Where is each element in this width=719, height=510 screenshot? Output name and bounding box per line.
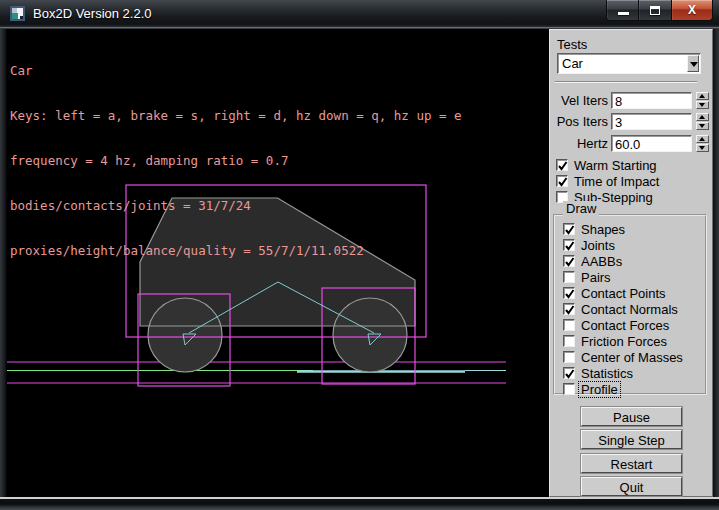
- checkmark-icon: [564, 288, 576, 300]
- spin-down-button[interactable]: [696, 122, 709, 130]
- checkmark-icon: [564, 256, 576, 268]
- spin-up-button[interactable]: [696, 135, 709, 143]
- vel-iters-stepper: [696, 92, 709, 109]
- checkmark-icon: [564, 224, 576, 236]
- spin-down-button[interactable]: [696, 144, 709, 152]
- chevron-down-icon: [690, 62, 698, 67]
- title-bar[interactable]: Box2D Version 2.2.0 X: [0, 0, 719, 28]
- spin-down-button[interactable]: [696, 101, 709, 109]
- test-select[interactable]: Car: [557, 53, 701, 74]
- spin-up-button[interactable]: [696, 92, 709, 100]
- keys-help-text: Keys: left = a, brake = s, right = d, hz…: [10, 108, 462, 123]
- checkmark-icon: [557, 160, 569, 172]
- arrow-down-icon: [699, 146, 705, 150]
- pos-iters-label: Pos Iters: [550, 114, 608, 129]
- bodies-stats-text: bodies/contacts/joints = 31/7/24: [10, 198, 462, 213]
- minimize-icon: [618, 12, 629, 15]
- maximize-button[interactable]: [639, 0, 671, 21]
- pos-iters-input[interactable]: 3: [611, 113, 692, 130]
- app-icon: [10, 6, 25, 21]
- proxies-stats-text: proxies/height/balance/quality = 55/7/1/…: [10, 243, 462, 258]
- app-window: Box2D Version 2.2.0 X: [0, 0, 719, 510]
- restart-button[interactable]: Restart: [581, 454, 682, 473]
- separator: [555, 81, 697, 83]
- window-border-bottom: [0, 497, 719, 510]
- spin-up-button[interactable]: [696, 113, 709, 121]
- vel-iters-input[interactable]: 8: [611, 92, 692, 109]
- window-title: Box2D Version 2.2.0: [33, 6, 152, 21]
- checkmark-icon: [564, 240, 576, 252]
- maximize-icon: [650, 6, 660, 15]
- hertz-stepper: [696, 135, 709, 152]
- draw-group-title: Draw: [563, 201, 599, 216]
- quit-button[interactable]: Quit: [581, 477, 682, 496]
- vel-iters-row: Vel Iters 8: [550, 92, 714, 109]
- frequency-text: frequency = 4 hz, damping ratio = 0.7: [10, 153, 462, 168]
- close-icon: X: [672, 3, 712, 17]
- single-step-button[interactable]: Single Step: [581, 430, 682, 449]
- pause-button[interactable]: Pause: [581, 407, 682, 426]
- hertz-row: Hertz 60.0: [550, 135, 714, 152]
- checkmark-icon: [564, 368, 576, 380]
- test-select-dropdown-button[interactable]: [687, 55, 699, 72]
- arrow-down-icon: [699, 103, 705, 107]
- arrow-up-icon: [699, 94, 705, 98]
- tests-label: Tests: [557, 37, 587, 52]
- arrow-up-icon: [699, 115, 705, 119]
- debug-stats-text: Car Keys: left = a, brake = s, right = d…: [10, 33, 462, 288]
- close-button[interactable]: X: [671, 0, 713, 21]
- pos-iters-row: Pos Iters 3: [550, 113, 714, 130]
- car-wheel-left: [148, 298, 222, 372]
- checkmark-icon: [564, 304, 576, 316]
- checkmark-icon: [557, 176, 569, 188]
- arrow-up-icon: [699, 137, 705, 141]
- arrow-down-icon: [699, 124, 705, 128]
- vel-iters-label: Vel Iters: [550, 93, 608, 108]
- test-name-text: Car: [10, 63, 462, 78]
- hertz-label: Hertz: [550, 136, 608, 151]
- window-border-left: [0, 29, 7, 497]
- test-select-value: Car: [562, 56, 583, 71]
- minimize-button[interactable]: [606, 0, 639, 21]
- pos-iters-stepper: [696, 113, 709, 130]
- hertz-input[interactable]: 60.0: [611, 135, 692, 152]
- simulation-canvas[interactable]: Car Keys: left = a, brake = s, right = d…: [7, 29, 549, 497]
- window-controls: X: [606, 0, 713, 21]
- control-panel: Tests Car Vel Iters 8 Pos Iters 3: [549, 29, 713, 497]
- car-wheel-right: [333, 298, 407, 372]
